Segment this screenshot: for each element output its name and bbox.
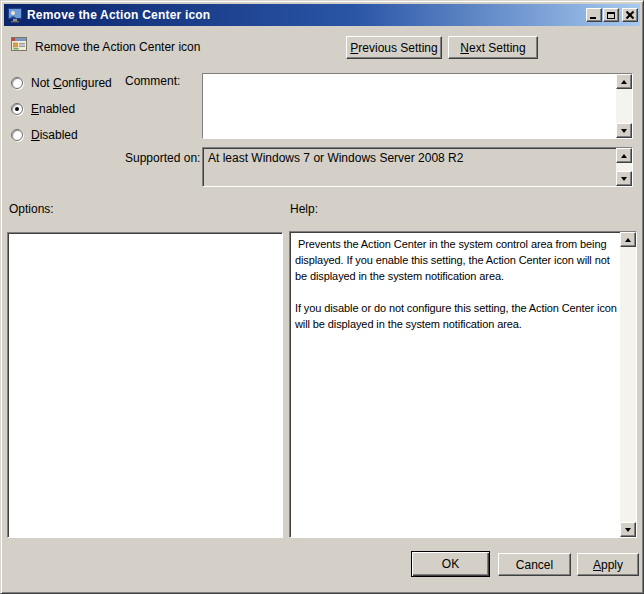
scroll-track[interactable] — [616, 89, 632, 123]
group-policy-icon — [7, 7, 23, 23]
options-panel — [7, 232, 283, 538]
window-controls — [586, 8, 638, 22]
previous-setting-button[interactable]: Previous Setting — [346, 36, 442, 59]
radio-disabled[interactable]: Disabled — [11, 128, 78, 142]
scroll-down-arrow-icon — [625, 528, 631, 532]
scroll-up-button[interactable] — [616, 74, 632, 89]
supported-on-value: At least Windows 7 or Windows Server 200… — [203, 148, 616, 186]
radio-enabled[interactable]: Enabled — [11, 102, 75, 116]
close-button[interactable] — [622, 8, 638, 22]
radio-not-configured[interactable]: Not Configured — [11, 76, 112, 90]
apply-button[interactable]: Apply — [577, 553, 639, 576]
scroll-down-button[interactable] — [616, 171, 632, 186]
radio-disabled-circle[interactable] — [11, 129, 23, 141]
minimize-button[interactable] — [586, 8, 602, 22]
radio-disabled-label: Disabled — [31, 128, 78, 142]
supported-on-scrollbar[interactable] — [616, 148, 632, 186]
maximize-icon — [607, 12, 615, 19]
scroll-up-button[interactable] — [620, 232, 636, 247]
scroll-down-button[interactable] — [620, 522, 636, 537]
policy-setting-dialog: Remove the Action Center icon Remove the… — [0, 0, 644, 594]
scroll-track[interactable] — [616, 163, 632, 171]
comment-box — [202, 73, 633, 139]
supported-on-box: At least Windows 7 or Windows Server 200… — [202, 147, 633, 187]
radio-not-configured-label: Not Configured — [31, 76, 112, 90]
policy-setting-icon — [11, 36, 27, 52]
scroll-track[interactable] — [620, 247, 636, 522]
scroll-up-arrow-icon — [621, 154, 627, 158]
radio-not-configured-circle[interactable] — [11, 77, 23, 89]
supported-on-label: Supported on: — [125, 151, 200, 165]
help-panel: Prevents the Action Center in the system… — [289, 231, 637, 538]
help-scrollbar[interactable] — [620, 232, 636, 537]
titlebar[interactable]: Remove the Action Center icon — [4, 4, 640, 26]
help-label: Help: — [290, 202, 318, 216]
scroll-down-button[interactable] — [616, 123, 632, 138]
radio-enabled-circle[interactable] — [11, 103, 23, 115]
comment-input[interactable] — [203, 74, 616, 138]
scroll-down-arrow-icon — [621, 129, 627, 133]
comment-scrollbar[interactable] — [616, 74, 632, 138]
options-label: Options: — [9, 202, 54, 216]
help-text: Prevents the Action Center in the system… — [290, 232, 620, 537]
ok-button[interactable]: OK — [411, 551, 490, 577]
setting-title: Remove the Action Center icon — [35, 40, 200, 54]
scroll-down-arrow-icon — [621, 177, 627, 181]
scroll-up-button[interactable] — [616, 148, 632, 163]
close-icon — [626, 11, 634, 19]
comment-label: Comment: — [125, 74, 180, 88]
next-setting-button[interactable]: Next Setting — [448, 36, 538, 59]
maximize-button[interactable] — [603, 8, 619, 22]
minimize-icon — [590, 17, 596, 19]
radio-enabled-label: Enabled — [31, 102, 75, 116]
cancel-button[interactable]: Cancel — [498, 553, 571, 576]
scroll-up-arrow-icon — [625, 238, 631, 242]
window-title: Remove the Action Center icon — [27, 8, 210, 22]
scroll-up-arrow-icon — [621, 80, 627, 84]
